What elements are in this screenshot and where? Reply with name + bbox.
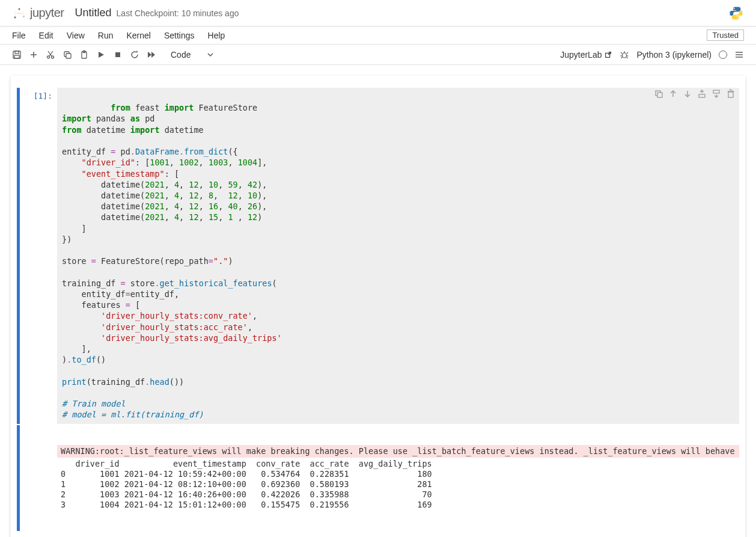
restart-icon[interactable]	[130, 50, 139, 60]
svg-rect-39	[699, 94, 705, 97]
cell-type-value: Code	[171, 50, 191, 60]
code-cell[interactable]: [1]: from feast import FeatureStore impo…	[17, 88, 739, 424]
svg-rect-19	[115, 52, 120, 57]
jupyter-logo: jupyter	[12, 6, 64, 20]
menu-run[interactable]: Run	[98, 31, 114, 40]
kernel-status-icon	[719, 51, 727, 59]
hamburger-icon[interactable]	[734, 50, 744, 60]
svg-point-10	[47, 56, 50, 58]
svg-rect-6	[15, 51, 19, 54]
svg-line-26	[621, 52, 622, 54]
move-up-icon[interactable]	[668, 89, 678, 99]
trusted-badge[interactable]: Trusted	[707, 29, 744, 41]
svg-point-0	[18, 8, 20, 10]
fast-forward-icon[interactable]	[147, 50, 156, 60]
code-editor[interactable]: from feast import FeatureStore import pa…	[57, 88, 739, 424]
menu-edit[interactable]: Edit	[39, 31, 53, 40]
svg-line-31	[627, 57, 628, 58]
svg-point-1	[14, 16, 16, 18]
duplicate-icon[interactable]	[654, 89, 663, 99]
svg-point-24	[623, 53, 627, 58]
jupyter-logo-icon	[12, 6, 26, 20]
menubar: File Edit View Run Kernel Settings Help …	[0, 26, 756, 44]
copy-icon[interactable]	[62, 50, 72, 60]
svg-line-47	[730, 89, 732, 91]
cell-toolbar	[654, 89, 736, 99]
notebook-panel: [1]: from feast import FeatureStore impo…	[11, 76, 745, 537]
output-warning: WARNING:root:_list_feature_views will ma…	[57, 445, 739, 458]
notebook-header: jupyter Untitled Last Checkpoint: 10 min…	[0, 0, 756, 26]
svg-line-27	[627, 52, 628, 54]
output-area: WARNING:root:_list_feature_views will ma…	[17, 425, 739, 532]
menu-file[interactable]: File	[12, 31, 26, 40]
svg-point-4	[737, 17, 739, 18]
kernel-name[interactable]: Python 3 (ipykernel)	[636, 50, 712, 60]
run-icon[interactable]	[96, 50, 106, 60]
chevron-down-icon	[207, 52, 213, 58]
output-prompt	[20, 425, 57, 532]
add-cell-icon[interactable]	[29, 50, 38, 60]
svg-point-11	[52, 56, 54, 58]
svg-line-30	[621, 57, 623, 58]
jupyter-logo-text: jupyter	[30, 6, 64, 20]
toolbar: Code JupyterLab Python 3 (ipykernel)	[0, 44, 756, 65]
svg-marker-18	[99, 52, 104, 58]
menu-kernel[interactable]: Kernel	[126, 31, 150, 40]
output-text: driver_id event_timestamp conv_rate acc_…	[57, 458, 739, 511]
checkpoint-text: Last Checkpoint: 10 minutes ago	[117, 8, 239, 18]
svg-marker-21	[151, 52, 155, 58]
stop-icon[interactable]	[113, 50, 123, 60]
menu-settings[interactable]: Settings	[164, 31, 195, 40]
save-icon[interactable]	[12, 50, 22, 60]
external-link-icon	[604, 51, 612, 59]
notebook-title[interactable]: Untitled	[75, 7, 112, 19]
insert-below-icon[interactable]	[712, 89, 721, 99]
svg-rect-43	[728, 92, 733, 97]
delete-icon[interactable]	[726, 89, 736, 99]
insert-above-icon[interactable]	[697, 89, 707, 99]
cell-type-select[interactable]: Code	[163, 49, 218, 61]
svg-rect-41	[713, 90, 719, 93]
python-logo-icon	[728, 5, 744, 21]
cell-prompt: [1]:	[20, 88, 57, 424]
move-down-icon[interactable]	[683, 89, 692, 99]
debug-icon[interactable]	[620, 50, 629, 60]
paste-icon[interactable]	[79, 50, 89, 60]
jupyterlab-link[interactable]: JupyterLab	[560, 50, 612, 60]
code-text: from feast import FeatureStore import pa…	[62, 103, 282, 419]
svg-point-3	[734, 8, 735, 9]
menu-view[interactable]: View	[67, 31, 85, 40]
svg-marker-20	[148, 52, 151, 58]
cut-icon[interactable]	[46, 50, 55, 60]
svg-point-2	[23, 16, 25, 17]
svg-rect-7	[14, 55, 19, 58]
svg-rect-36	[657, 93, 662, 97]
svg-rect-15	[66, 54, 71, 58]
menu-help[interactable]: Help	[208, 31, 225, 40]
